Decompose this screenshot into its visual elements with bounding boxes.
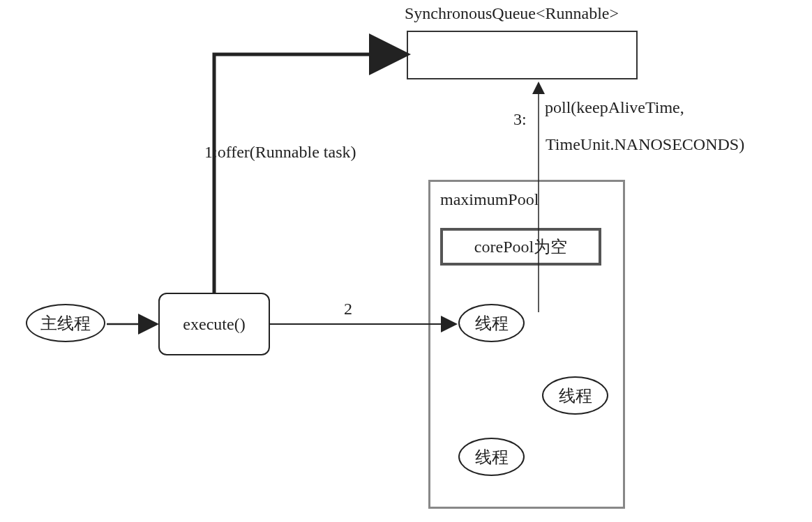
maximum-pool-label: maximumPool [440,190,539,209]
thread-node-1: 线程 [458,304,525,342]
main-thread-node: 主线程 [26,304,105,342]
core-pool-box: corePool为空 [440,228,601,266]
edge3-num-label: 3: [513,110,527,129]
edge1-label: 1:offer(Runnable task) [204,143,356,162]
edge3-line2-label: TimeUnit.NANOSECONDS) [546,135,744,154]
thread-text-2: 线程 [559,385,592,407]
thread-node-3: 线程 [458,438,525,476]
arrows-svg [0,0,812,522]
diagram-canvas: SynchronousQueue<Runnable> 主线程 execute()… [0,0,812,522]
queue-title-label: SynchronousQueue<Runnable> [405,4,619,23]
execute-node: execute() [158,293,270,355]
thread-node-2: 线程 [542,376,608,415]
execute-text: execute() [183,315,245,334]
synchronous-queue-box [407,31,638,79]
core-pool-text: corePool为空 [474,236,567,258]
edge3-line1-label: poll(keepAliveTime, [545,98,684,117]
main-thread-text: 主线程 [40,312,91,335]
thread-text-3: 线程 [475,446,509,468]
thread-text-1: 线程 [475,312,509,335]
edge2-label: 2 [344,300,352,318]
